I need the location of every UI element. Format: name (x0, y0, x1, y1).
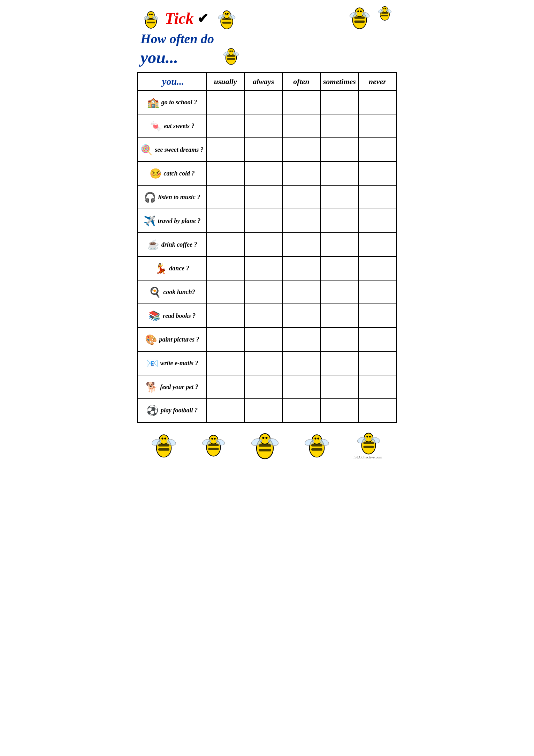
activity-cell-read-books: 📚 read books ? (138, 304, 207, 328)
checkbox-cell-write-emails-3[interactable] (320, 351, 359, 375)
bees-top-right (346, 3, 394, 30)
checkbox-cell-read-books-2[interactable] (282, 304, 320, 328)
checkbox-cell-paint-pictures-4[interactable] (359, 328, 397, 351)
checkbox-cell-dance-0[interactable] (206, 256, 244, 280)
checkbox-cell-see-sweet-dreams-4[interactable] (359, 138, 397, 162)
checkbox-cell-paint-pictures-3[interactable] (320, 328, 359, 351)
checkbox-cell-catch-cold-4[interactable] (359, 162, 397, 185)
activity-cell-listen-to-music: 🎧 listen to music ? (138, 185, 207, 209)
checkbox-cell-go-to-school-1[interactable] (244, 90, 282, 114)
checkbox-cell-see-sweet-dreams-1[interactable] (244, 138, 282, 162)
checkbox-cell-see-sweet-dreams-0[interactable] (206, 138, 244, 162)
checkbox-cell-read-books-1[interactable] (244, 304, 282, 328)
checkbox-cell-listen-to-music-4[interactable] (359, 185, 397, 209)
checkbox-cell-go-to-school-3[interactable] (320, 90, 359, 114)
checkbox-cell-cook-lunch-1[interactable] (244, 280, 282, 304)
checkbox-cell-paint-pictures-1[interactable] (244, 328, 282, 351)
checkbox-cell-travel-by-plane-2[interactable] (282, 209, 320, 233)
checkbox-cell-feed-your-pet-2[interactable] (282, 375, 320, 399)
checkbox-cell-catch-cold-3[interactable] (320, 162, 359, 185)
checkbox-cell-eat-sweets-0[interactable] (206, 114, 244, 138)
svg-rect-11 (222, 22, 231, 23)
checkbox-cell-drink-coffee-0[interactable] (206, 233, 244, 256)
checkbox-cell-go-to-school-4[interactable] (359, 90, 397, 114)
bee-bottom-5 (356, 429, 382, 455)
checkbox-cell-feed-your-pet-4[interactable] (359, 375, 397, 399)
checkbox-cell-eat-sweets-3[interactable] (320, 114, 359, 138)
checkbox-cell-paint-pictures-0[interactable] (206, 328, 244, 351)
table-row: ⚽ play football ? (138, 399, 397, 422)
checkbox-cell-paint-pictures-2[interactable] (282, 328, 320, 351)
svg-point-37 (229, 50, 231, 52)
checkbox-cell-drink-coffee-4[interactable] (359, 233, 397, 256)
checkbox-cell-travel-by-plane-3[interactable] (320, 209, 359, 233)
checkbox-cell-travel-by-plane-1[interactable] (244, 209, 282, 233)
activity-label-see-sweet-dreams: see sweet dreams ? (155, 146, 203, 154)
checkbox-cell-drink-coffee-2[interactable] (282, 233, 320, 256)
checkbox-cell-travel-by-plane-4[interactable] (359, 209, 397, 233)
checkbox-cell-go-to-school-0[interactable] (206, 90, 244, 114)
checkbox-cell-listen-to-music-3[interactable] (320, 185, 359, 209)
table-row: 🍬 eat sweets ? (138, 114, 397, 138)
svg-rect-51 (208, 448, 219, 450)
checkbox-cell-play-football-1[interactable] (244, 399, 282, 422)
checkbox-cell-play-football-0[interactable] (206, 399, 244, 422)
bee-bottom-4 (303, 430, 331, 458)
checkbox-cell-read-books-0[interactable] (206, 304, 244, 328)
activity-icon-play-football: ⚽ (146, 405, 159, 416)
checkbox-cell-read-books-4[interactable] (359, 304, 397, 328)
col-header-never: never (359, 73, 397, 91)
checkbox-cell-see-sweet-dreams-3[interactable] (320, 138, 359, 162)
checkbox-cell-catch-cold-2[interactable] (282, 162, 320, 185)
checkbox-cell-see-sweet-dreams-2[interactable] (282, 138, 320, 162)
checkbox-cell-cook-lunch-4[interactable] (359, 280, 397, 304)
checkbox-cell-cook-lunch-0[interactable] (206, 280, 244, 304)
checkbox-cell-catch-cold-1[interactable] (244, 162, 282, 185)
checkbox-cell-dance-3[interactable] (320, 256, 359, 280)
checkbox-cell-play-football-3[interactable] (320, 399, 359, 422)
activity-icon-dance: 💃 (155, 263, 167, 274)
bee-bottom-2 (200, 431, 227, 457)
checkbox-cell-drink-coffee-1[interactable] (244, 233, 282, 256)
activity-label-cook-lunch: cook lunch? (163, 289, 195, 296)
checkbox-cell-feed-your-pet-1[interactable] (244, 375, 282, 399)
svg-rect-43 (158, 448, 169, 451)
checkbox-cell-drink-coffee-3[interactable] (320, 233, 359, 256)
checkbox-cell-listen-to-music-1[interactable] (244, 185, 282, 209)
checkbox-cell-listen-to-music-0[interactable] (206, 185, 244, 209)
checkbox-cell-eat-sweets-1[interactable] (244, 114, 282, 138)
checkbox-cell-travel-by-plane-0[interactable] (206, 209, 244, 233)
activity-cell-travel-by-plane: ✈️ travel by plane ? (138, 209, 207, 233)
checkbox-cell-read-books-3[interactable] (320, 304, 359, 328)
table-row: 💃 dance ? (138, 256, 397, 280)
svg-rect-67 (311, 448, 322, 451)
checkbox-cell-write-emails-2[interactable] (282, 351, 320, 375)
checkbox-cell-cook-lunch-2[interactable] (282, 280, 320, 304)
checkbox-cell-eat-sweets-4[interactable] (359, 114, 397, 138)
checkbox-cell-feed-your-pet-3[interactable] (320, 375, 359, 399)
activity-icon-listen-to-music: 🎧 (144, 192, 156, 203)
activity-label-paint-pictures: paint pictures ? (159, 336, 199, 343)
svg-point-77 (367, 436, 368, 437)
checkbox-cell-play-football-4[interactable] (359, 399, 397, 422)
checkbox-cell-dance-1[interactable] (244, 256, 282, 280)
activity-icon-feed-your-pet: 🐕 (146, 381, 158, 393)
checkbox-cell-write-emails-4[interactable] (359, 351, 397, 375)
table-row: 🐕 feed your pet ? (138, 375, 397, 399)
checkbox-cell-go-to-school-2[interactable] (282, 90, 320, 114)
activity-cell-dance: 💃 dance ? (138, 256, 207, 280)
checkbox-cell-feed-your-pet-0[interactable] (206, 375, 244, 399)
checkbox-cell-listen-to-music-2[interactable] (282, 185, 320, 209)
col-header-always: always (244, 73, 282, 91)
checkbox-cell-cook-lunch-3[interactable] (320, 280, 359, 304)
checkbox-cell-play-football-2[interactable] (282, 399, 320, 422)
checkbox-cell-write-emails-0[interactable] (206, 351, 244, 375)
col-header-often: often (282, 73, 320, 91)
checkbox-cell-catch-cold-0[interactable] (206, 162, 244, 185)
checkbox-cell-dance-4[interactable] (359, 256, 397, 280)
activity-label-drink-coffee: drink coffee ? (161, 241, 197, 248)
checkbox-cell-dance-2[interactable] (282, 256, 320, 280)
activity-label-go-to-school: go to school ? (161, 99, 197, 106)
checkbox-cell-write-emails-1[interactable] (244, 351, 282, 375)
checkbox-cell-eat-sweets-2[interactable] (282, 114, 320, 138)
